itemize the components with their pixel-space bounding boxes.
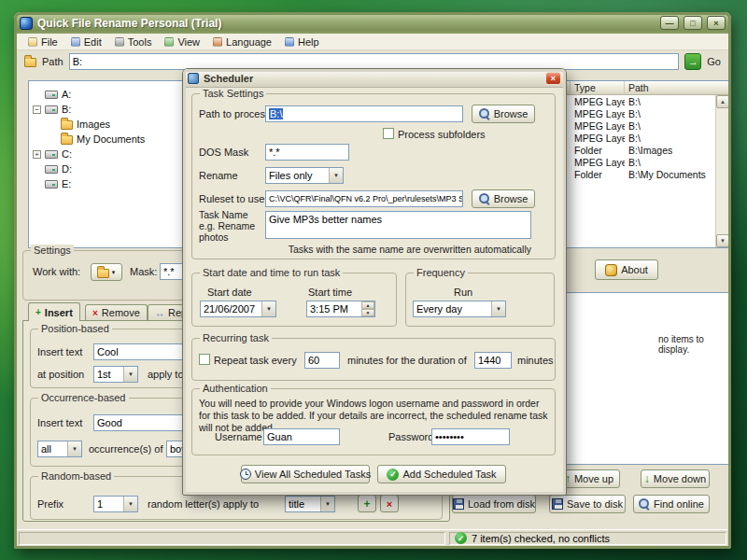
drive-icon [45,165,58,174]
dropdown-arrow-icon[interactable]: ▼ [261,301,275,316]
rename-select[interactable]: Files only ▼ [265,167,344,184]
field-value: 1440 [478,355,500,366]
path-to-process-input[interactable]: B:\ [265,105,463,122]
menu-label: Tools [128,36,152,48]
remove-rule-button[interactable]: × [380,495,399,512]
process-subfolders-label: Process subfolders [398,129,486,140]
time-spinner[interactable]: ▲ ▼ [361,301,374,316]
repeat-task-checkbox[interactable] [199,354,210,365]
menu-file[interactable]: File [22,35,63,49]
column-header-type[interactable]: Type [571,81,625,95]
view-menu-icon [164,37,174,47]
position-select[interactable]: 1st ▼ [93,366,138,383]
scroll-up-icon[interactable]: ▲ [716,95,729,108]
ruleset-input[interactable]: C:\VC\QFR\Final\QFN v6.2 Pro\_per\rulese… [265,190,463,207]
start-date-picker[interactable]: 21/06/2007 ▼ [200,301,276,317]
spinner-down-icon[interactable]: ▼ [361,309,374,316]
menu-view[interactable]: View [159,35,205,49]
go-button[interactable]: Go [707,56,721,67]
dropdown-arrow-icon[interactable]: ▼ [320,497,334,511]
add-scheduled-task-button[interactable]: ✓ Add Scheduled Task [377,465,506,483]
occurrence-scope-select[interactable]: all ▼ [37,441,82,457]
scroll-down-icon[interactable]: ▼ [716,234,729,247]
start-time-spinner[interactable]: 3:15 PM ▲ ▼ [306,301,375,317]
drive-icon [45,105,58,114]
auth-group-label: Authentication [200,383,271,394]
menu-help[interactable]: Help [279,35,325,49]
folder-icon [61,135,73,145]
dialog-close-button[interactable]: × [545,72,561,85]
menu-edit[interactable]: Edit [65,35,107,49]
selected-value: 1 [94,497,123,511]
load-from-disk-button[interactable]: Load from disk [452,495,536,513]
button-label: Save to disk [567,498,623,510]
duration-input[interactable]: 1440 [474,352,512,369]
selected-value: 1st [94,367,123,382]
move-up-button[interactable]: ↑ Move up [558,469,620,488]
prefix-select[interactable]: 1 ▼ [93,496,138,512]
app-icon [20,17,33,30]
repeat-minutes-input[interactable]: 60 [304,352,340,369]
file-menu-icon [28,37,37,47]
tree-label: D: [62,163,72,175]
task-name-label: Task Name e.g. Rename photos [199,209,262,243]
process-subfolders-checkbox[interactable] [383,128,394,139]
task-name-input[interactable]: Give MP3s better names [265,211,531,239]
save-to-disk-button[interactable]: Save to disk [549,495,626,513]
x-icon: × [387,498,392,510]
column-header-path[interactable]: Path [625,81,729,95]
dropdown-arrow-icon[interactable]: ▼ [123,367,137,382]
edit-menu-icon [71,37,80,47]
random-apply-select[interactable]: title ▼ [285,496,335,512]
browse-ruleset-button[interactable]: Browse [472,189,535,208]
button-label: Add Scheduled Task [402,469,496,480]
check-icon: ✓ [387,469,399,481]
dropdown-arrow-icon[interactable]: ▼ [123,497,137,511]
browse-path-button[interactable]: Browse [472,105,535,123]
menu-bar: File Edit Tools View Language Help [17,34,728,50]
menu-language[interactable]: Language [207,35,277,49]
path-input[interactable]: B: [69,53,680,70]
spinner-up-icon[interactable]: ▲ [361,301,374,309]
folder-icon [61,120,73,130]
dropdown-arrow-icon[interactable]: ▼ [491,301,505,316]
about-button[interactable]: About [595,259,658,280]
minimize-button[interactable]: — [660,16,679,30]
dialog-titlebar[interactable]: Scheduler × [183,69,566,88]
expand-icon[interactable]: + [33,150,41,159]
drive-icon [45,91,58,99]
view-all-scheduled-tasks-button[interactable]: View All Scheduled Tasks [241,465,370,483]
tab-remove[interactable]: × Remove [85,304,148,320]
mask-value: *.* [163,266,175,277]
add-rule-button[interactable]: + [358,495,376,512]
tree-label: E: [62,178,71,189]
work-with-button[interactable]: ▼ [91,263,122,281]
minutes-label: minutes [517,355,554,366]
search-icon [479,108,490,119]
frequency-select[interactable]: Every day ▼ [413,301,506,317]
dropdown-arrow-icon[interactable]: ▼ [67,441,81,456]
plus-icon: + [363,497,370,511]
vertical-scrollbar[interactable]: ▲ ▼ [715,95,729,247]
maximize-button[interactable]: □ [684,16,702,30]
username-input[interactable]: Guan [263,428,340,445]
password-input[interactable]: •••••••• [431,428,510,445]
menu-tools[interactable]: Tools [109,35,158,49]
window-titlebar[interactable]: Quick File Rename Personal (Trial) — □ × [14,12,731,34]
dropdown-arrow-icon[interactable]: ▼ [329,168,343,183]
disk-icon [552,498,563,510]
go-arrow-icon[interactable]: → [684,53,701,70]
tab-insert[interactable]: + Insert [28,302,80,321]
language-menu-icon [213,37,222,47]
move-down-button[interactable]: ↓ Move down [641,469,710,488]
close-button[interactable]: × [707,16,726,30]
dos-mask-input[interactable]: *.* [265,144,349,161]
find-online-button[interactable]: Find online [633,495,710,513]
ruleset-label: Ruleset to use [199,193,264,204]
collapse-icon[interactable]: − [33,105,41,114]
frequency-group: Frequency [405,273,555,327]
field-value: Guan [267,431,292,442]
button-label: Move up [574,473,613,484]
button-label: View All Scheduled Tasks [255,469,371,480]
remove-tab-icon: × [92,308,98,318]
